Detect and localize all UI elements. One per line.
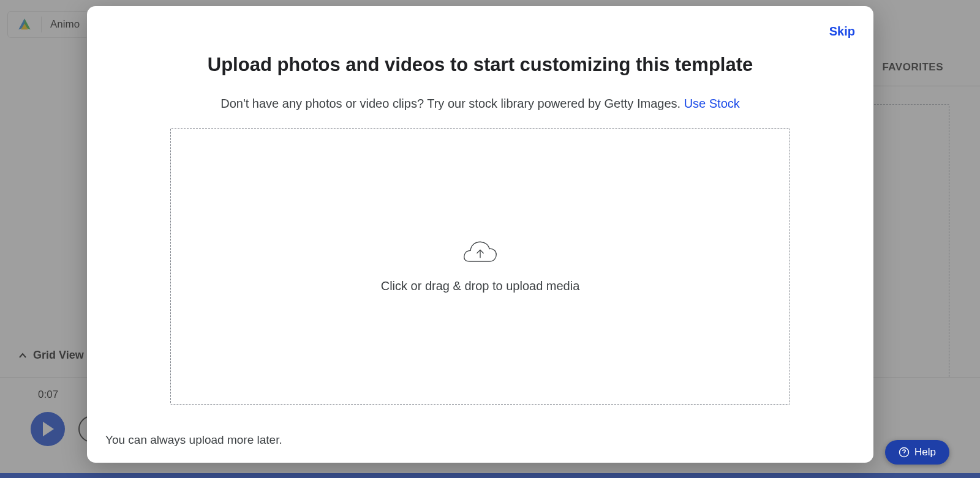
modal-footer-text: You can always upload more later. (105, 433, 282, 447)
upload-modal: Skip Upload photos and videos to start c… (87, 6, 873, 463)
dropzone-text: Click or drag & drop to upload media (381, 279, 580, 293)
help-button[interactable]: Help (885, 440, 949, 465)
use-stock-link[interactable]: Use Stock (684, 97, 740, 110)
help-label: Help (914, 446, 936, 458)
modal-subtext: Don't have any photos or video clips? Tr… (87, 97, 873, 111)
skip-button[interactable]: Skip (829, 24, 855, 39)
svg-point-1 (903, 455, 904, 455)
cloud-upload-icon (462, 240, 499, 267)
upload-dropzone[interactable]: Click or drag & drop to upload media (170, 128, 790, 405)
help-icon (899, 447, 910, 458)
modal-title: Upload photos and videos to start custom… (87, 54, 873, 76)
modal-subtext-text: Don't have any photos or video clips? Tr… (221, 97, 684, 110)
